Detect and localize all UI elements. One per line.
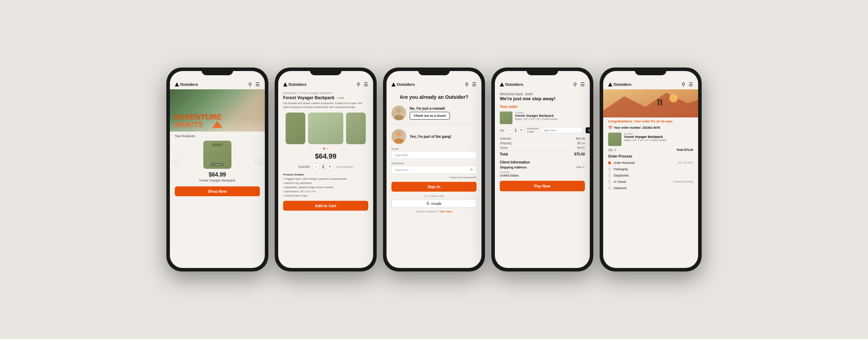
shop-now-button[interactable]: Shop Now xyxy=(175,186,260,196)
qty-label-s4: Qty xyxy=(500,129,504,132)
password-input[interactable]: Type here... 👁 xyxy=(391,166,477,174)
nav-bar-4: Outsiders ⚲ ☰ xyxy=(495,79,590,89)
dot-2 xyxy=(326,148,328,149)
order-product-img xyxy=(500,111,512,124)
sign-in-button[interactable]: Sign In xyxy=(391,182,477,192)
order-process-title: Order Process xyxy=(603,152,698,160)
phone-notch-3 xyxy=(418,68,450,75)
qty-plus-s4[interactable]: + xyxy=(518,127,524,133)
product-img-main xyxy=(308,113,343,144)
step-packaging: Packaging xyxy=(608,166,693,172)
search-icon-3[interactable]: ⚲ xyxy=(465,82,468,87)
qty-plus-2[interactable]: + xyxy=(326,163,333,170)
qty-ctrl-2: − 1 + xyxy=(313,163,333,170)
nav-bar-5: Outsiders ⚲ ☰ xyxy=(603,79,698,89)
google-button[interactable]: G Google xyxy=(391,199,477,208)
logo-text-4: Outsiders xyxy=(505,82,523,87)
search-icon-5[interactable]: ⚲ xyxy=(682,82,685,87)
menu-icon-2[interactable]: ☰ xyxy=(364,82,368,87)
order-product-variant: Nylon | 18" x 12" x 6" | Forest Green xyxy=(515,117,557,121)
email-input[interactable]: Type here... xyxy=(391,151,477,159)
rating: ★ 4.9 xyxy=(337,96,344,100)
step-date-4: Tracking Pending xyxy=(673,180,693,183)
order-number-row: 📅 Your order number: 202401-0076 xyxy=(603,124,698,131)
qty-minus-2[interactable]: − xyxy=(313,163,320,170)
guest-option-right: No, I'm just a nomad! Check out as a Gue… xyxy=(410,107,450,120)
svg-point-3 xyxy=(394,138,404,144)
prev-arrow[interactable]: ← xyxy=(172,158,180,165)
product-img-sm1 xyxy=(286,113,305,144)
checkout-guest-button[interactable]: Check out as a Guest xyxy=(410,112,450,120)
total-row-final: Total $75.00 xyxy=(500,151,585,157)
qty-row-2: Quantity − 1 + (26 available) xyxy=(278,162,373,172)
qty-minus-s4[interactable]: − xyxy=(507,127,513,133)
guest-avatar xyxy=(391,105,406,120)
welcome-back: Welcome back, Josh! xyxy=(495,89,590,96)
product-desc: Our durable and stylish outdoor companio… xyxy=(278,100,373,110)
your-order-title: Your order xyxy=(495,103,590,110)
pay-now-button[interactable]: Pay Now xyxy=(500,181,585,191)
join-link[interactable]: Join Here xyxy=(440,210,452,213)
logo-1: Outsiders xyxy=(175,82,198,87)
search-icon-1[interactable]: ⚲ xyxy=(248,82,252,87)
product-title-2: Forest Voyager Backpack ★ 4.9 xyxy=(278,95,373,100)
dot-1 xyxy=(323,148,325,149)
bullet-2: • Ideal for any adventure. xyxy=(283,181,368,185)
bullet-1: • Rugged nylon, sleek design, spacious c… xyxy=(283,177,368,181)
nav-icons-5: ⚲ ☰ xyxy=(682,82,693,87)
discount-input[interactable] xyxy=(541,127,583,133)
bullet-3: • Adjustable, padded straps ensure comfo… xyxy=(283,185,368,190)
phone-notch-4 xyxy=(526,68,558,75)
menu-icon-4[interactable]: ☰ xyxy=(580,82,585,87)
password-label: Password xyxy=(391,162,477,165)
order-product-label: Product xyxy=(515,111,557,114)
menu-icon-3[interactable]: ☰ xyxy=(472,82,477,87)
product-price-1: $64.99 xyxy=(209,172,226,178)
qty-stepper: − 1 + xyxy=(507,127,524,133)
menu-icon-5[interactable]: ☰ xyxy=(689,82,693,87)
step-dot-3 xyxy=(608,174,611,177)
one-step: We're just one step away! xyxy=(495,96,590,103)
step-order-received: Order Received Jan 15, 2024 xyxy=(608,160,693,166)
qty-avail: (26 available) xyxy=(336,165,353,168)
logo-icon-1 xyxy=(175,82,179,87)
member-option: Yes, I'm part of the gang! xyxy=(387,127,481,146)
image-dots xyxy=(278,146,373,151)
price-s2: $64.99 xyxy=(278,151,373,162)
step-label-1: Order Received xyxy=(614,161,675,165)
product-details-title: Product Details xyxy=(278,172,373,177)
product-card-1: A·Outsiders $64.99 Forest Voyager Backpa… xyxy=(182,141,253,182)
nav-bar-3: Outsiders ⚲ ☰ xyxy=(387,79,481,89)
phone-screen1: Outsiders ⚲ ☰ ADVENTURE AWAITS Top Produ… xyxy=(166,68,268,271)
new-to-text: New to Outsiders? Join Here xyxy=(387,208,481,215)
eye-icon[interactable]: 👁 xyxy=(470,168,473,172)
logo-3: Outsiders xyxy=(391,82,415,87)
add-to-cart-button[interactable]: Add to Cart xyxy=(283,201,368,211)
product-name-1: Forest Voyager Backpack xyxy=(199,179,236,182)
nav-bar-1: Outsiders ⚲ ☰ xyxy=(170,79,265,89)
logo-text-2: Outsiders xyxy=(288,82,306,87)
shipping-addr-row: Shipping Address Edit ✏ xyxy=(495,166,590,170)
menu-icon-1[interactable]: ☰ xyxy=(255,82,260,87)
apply-button[interactable]: Apply xyxy=(586,127,590,133)
edit-link[interactable]: Edit ✏ xyxy=(576,166,585,169)
search-icon-4[interactable]: ⚲ xyxy=(573,82,577,87)
hero-text: ADVENTURE AWAITS xyxy=(173,113,222,129)
phone-notch-2 xyxy=(310,68,342,75)
logo-text-3: Outsiders xyxy=(397,82,415,87)
nav-bar-2: Outsiders ⚲ ☰ xyxy=(278,79,373,89)
product-images xyxy=(278,110,373,146)
forgot-password[interactable]: Forgot your password? xyxy=(387,175,481,180)
s5-total: Total $75.00 xyxy=(676,148,693,152)
order-product-row: Product Forest Voyager Backpack Nylon | … xyxy=(495,110,590,126)
section-title-1: Top Products xyxy=(170,132,265,139)
logo-5: Outsiders xyxy=(608,82,631,87)
logo-icon-2 xyxy=(283,82,287,87)
product-image-1: A·Outsiders xyxy=(203,141,231,169)
step-label-2: Packaging xyxy=(614,167,693,171)
search-icon-2[interactable]: ⚲ xyxy=(357,82,360,87)
next-arrow[interactable]: → xyxy=(255,158,263,165)
country-label: Country xyxy=(500,171,585,174)
logo-2: Outsiders xyxy=(283,82,306,87)
product-label-1: A·Outsiders xyxy=(211,163,223,166)
